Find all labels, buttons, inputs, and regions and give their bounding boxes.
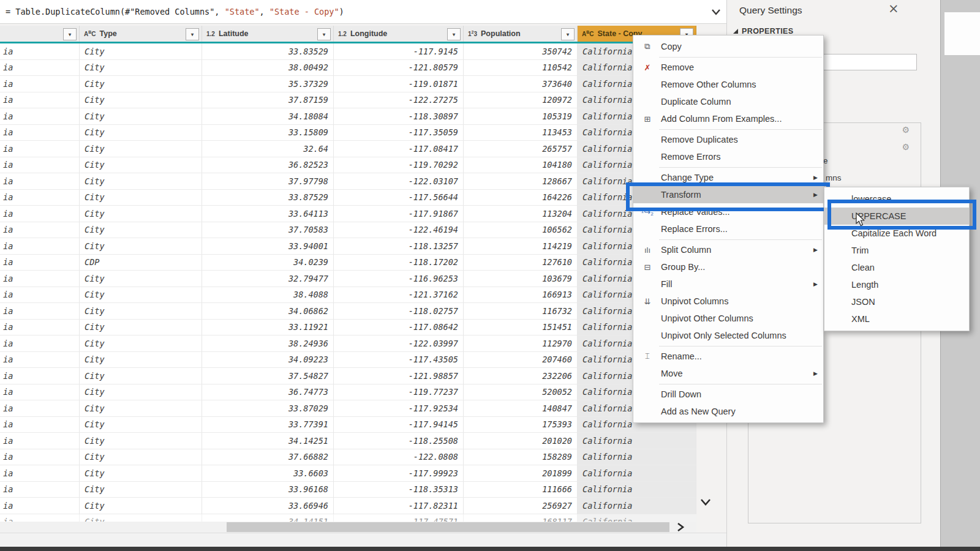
table-cell[interactable]: 166913 [464, 287, 578, 304]
column-header-type[interactable]: ABCType▾ [80, 26, 202, 42]
table-cell[interactable]: 32.79477 [202, 271, 334, 287]
table-cell[interactable]: City [80, 465, 202, 482]
table-cell[interactable]: City [80, 433, 202, 449]
table-cell[interactable]: ia [0, 449, 80, 466]
submenu-item-length[interactable]: Length [824, 276, 969, 293]
filter-dropdown-icon[interactable]: ▾ [63, 28, 77, 40]
table-cell[interactable]: -117.35059 [334, 125, 464, 141]
table-row[interactable]: iaCity36.74773-119.77237520052California [0, 384, 696, 401]
table-row[interactable]: iaCity34.14151-117.47571168117California [0, 514, 696, 522]
table-cell[interactable]: 33.64113 [202, 206, 334, 222]
table-cell[interactable]: ia [0, 92, 80, 109]
table-cell[interactable]: 34.06862 [202, 303, 334, 320]
table-row[interactable]: iaCity34.06862-118.02757116732California [0, 303, 696, 320]
table-row[interactable]: iaCity33.77391-117.94145175393California [0, 417, 696, 433]
table-cell[interactable]: -122.03997 [334, 335, 464, 352]
table-cell[interactable]: ia [0, 43, 80, 60]
table-cell[interactable]: -122.46194 [334, 222, 464, 239]
table-row[interactable]: iaCity33.94001-118.13257114219California [0, 238, 696, 255]
table-cell[interactable]: 373640 [464, 76, 578, 92]
column-header-hidden[interactable]: ▾ [0, 26, 80, 42]
table-cell[interactable]: 34.14251 [202, 433, 334, 449]
table-cell[interactable]: ia [0, 255, 80, 271]
table-cell[interactable]: 103679 [464, 271, 578, 287]
table-cell[interactable]: 106562 [464, 222, 578, 239]
menu-item-replace-errors[interactable]: Replace Errors... [633, 220, 823, 238]
menu-item-remove-other-columns[interactable]: Remove Other Columns [633, 76, 823, 93]
applied-step-fragment[interactable]: mns [826, 173, 842, 182]
filter-dropdown-icon[interactable]: ▾ [317, 28, 331, 40]
formula-bar[interactable]: = Table.DuplicateColumn(#"Removed Column… [0, 0, 726, 24]
table-row[interactable]: iaCity32.64-117.08417265757California [0, 141, 696, 157]
table-cell[interactable]: City [80, 384, 202, 401]
table-cell[interactable]: 114219 [464, 238, 578, 255]
table-cell[interactable]: ia [0, 206, 80, 222]
table-cell[interactable]: -117.99923 [334, 465, 464, 482]
table-cell[interactable]: -116.96253 [334, 271, 464, 287]
table-row[interactable]: iaCity33.11921-117.08642151451California [0, 320, 696, 336]
table-cell[interactable]: 34.18084 [202, 108, 334, 125]
data-grid[interactable]: iaCity33.83529-117.9145350742Californiai… [0, 43, 696, 522]
table-row[interactable]: iaCity37.87159-122.27275120972California [0, 92, 696, 109]
table-cell[interactable]: 164226 [464, 190, 578, 206]
table-row[interactable]: iaCity38.00492-121.80579110542California [0, 60, 696, 77]
table-row[interactable]: iaCity34.09223-117.43505207460California [0, 352, 696, 369]
table-row[interactable]: iaCDP34.0239-118.17202127610California [0, 255, 696, 271]
table-cell[interactable]: -118.30897 [334, 108, 464, 125]
table-cell[interactable]: 105319 [464, 108, 578, 125]
menu-item-drill-down[interactable]: Drill Down [633, 386, 823, 403]
menu-item-change-type[interactable]: Change Type▶ [633, 169, 823, 186]
column-header-longitude[interactable]: 1.2Longitude▾ [334, 26, 464, 42]
table-cell[interactable]: ia [0, 335, 80, 352]
table-cell[interactable]: ia [0, 482, 80, 498]
table-row[interactable]: iaCity33.64113-117.91867113204California [0, 206, 696, 222]
table-cell[interactable]: ia [0, 320, 80, 336]
table-cell[interactable]: City [80, 141, 202, 157]
table-cell[interactable]: 110542 [464, 60, 578, 77]
column-header-latitude[interactable]: 1.2Latitude▾ [202, 26, 334, 42]
menu-item-replace-values[interactable]: ¹↪₂Replace Values... [633, 203, 823, 220]
table-row[interactable]: iaCity37.97798-122.03107128667California [0, 173, 696, 190]
table-cell[interactable]: -122.0808 [334, 449, 464, 466]
menu-item-remove-errors[interactable]: Remove Errors [633, 148, 823, 165]
table-cell[interactable]: City [80, 157, 202, 174]
submenu-item-capitalize-each-word[interactable]: Capitalize Each Word [824, 225, 969, 242]
table-cell[interactable]: City [80, 449, 202, 466]
table-cell[interactable]: 38.24936 [202, 335, 334, 352]
filter-dropdown-icon[interactable]: ▾ [186, 28, 199, 40]
table-cell[interactable]: 33.87029 [202, 400, 334, 417]
table-row[interactable]: iaCity38.24936-122.03997112970California [0, 335, 696, 352]
table-cell[interactable]: ia [0, 417, 80, 433]
table-cell[interactable]: 38.00492 [202, 60, 334, 77]
table-cell[interactable]: -121.98857 [334, 368, 464, 384]
table-cell[interactable]: City [80, 514, 202, 522]
table-cell[interactable]: -121.80579 [334, 60, 464, 77]
table-cell[interactable]: City [80, 76, 202, 92]
table-row[interactable]: iaCity36.82523-119.70292104180California [0, 157, 696, 174]
table-cell[interactable]: -122.27275 [334, 92, 464, 109]
table-cell[interactable]: -117.43505 [334, 352, 464, 369]
table-row[interactable]: iaCity37.70583-122.46194106562California [0, 222, 696, 239]
table-cell[interactable]: -121.37162 [334, 287, 464, 304]
table-cell[interactable]: -117.94145 [334, 417, 464, 433]
table-cell[interactable]: City [80, 173, 202, 190]
table-cell[interactable]: ia [0, 108, 80, 125]
table-cell[interactable]: ia [0, 352, 80, 369]
table-cell[interactable]: City [80, 482, 202, 498]
table-row[interactable]: iaCity35.37329-119.01871373640California [0, 76, 696, 92]
table-cell[interactable]: -118.17202 [334, 255, 464, 271]
table-cell[interactable]: 116732 [464, 303, 578, 320]
table-cell[interactable]: City [80, 287, 202, 304]
table-cell[interactable]: ia [0, 400, 80, 417]
table-cell[interactable]: City [80, 400, 202, 417]
table-row[interactable]: iaCity34.14251-118.25508201020California [0, 433, 696, 449]
table-cell[interactable]: 33.94001 [202, 238, 334, 255]
menu-item-fill[interactable]: Fill▶ [633, 276, 823, 293]
table-row[interactable]: iaCity33.96168-118.35313111666California [0, 482, 696, 498]
table-cell[interactable]: 128667 [464, 173, 578, 190]
table-row[interactable]: iaCity33.83529-117.9145350742California [0, 43, 696, 60]
table-cell[interactable]: City [80, 206, 202, 222]
submenu-item-trim[interactable]: Trim [824, 242, 969, 259]
table-cell[interactable]: 33.87529 [202, 190, 334, 206]
step-settings-gear-icon[interactable]: ⚙ [902, 143, 910, 151]
